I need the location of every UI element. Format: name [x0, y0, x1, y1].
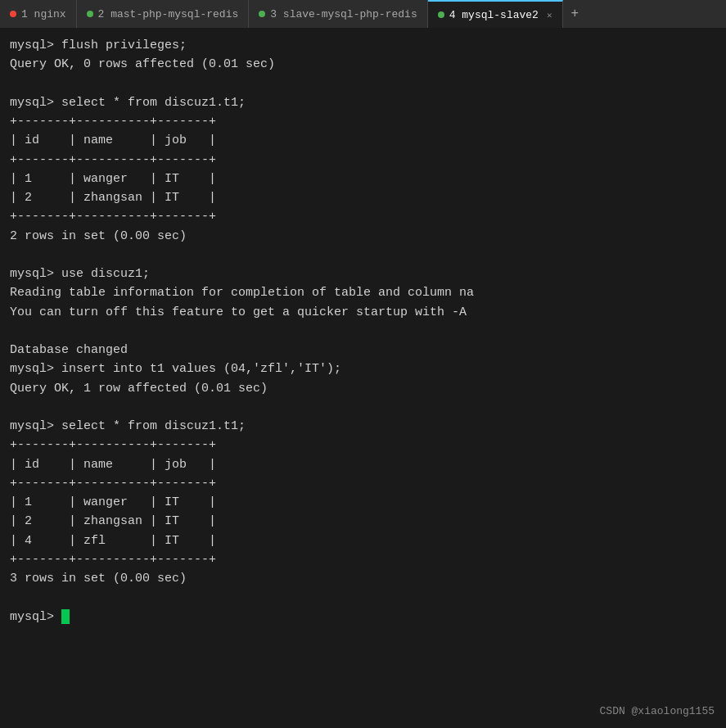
tab-label-mysql: 4 mysql-slave2 [449, 9, 539, 21]
watermark: CSDN @xiaolong1155 [600, 703, 715, 720]
tab-add-button[interactable]: + [563, 0, 588, 28]
tab-label-mast: 2 mast-php-mysql-redis [98, 8, 239, 20]
tab-dot-mast [87, 11, 93, 17]
terminal-content: mysql> flush privileges; Query OK, 0 row… [10, 36, 716, 626]
tab-dot-slave [259, 11, 265, 17]
tab-label-nginx: 1 nginx [21, 8, 66, 20]
tab-dot-nginx [10, 11, 16, 17]
tab-dot-mysql [438, 11, 444, 18]
tab-mast[interactable]: 2 mast-php-mysql-redis [77, 0, 250, 28]
tab-nginx[interactable]: 1 nginx [0, 0, 77, 28]
tab-bar: 1 nginx 2 mast-php-mysql-redis 3 slave-m… [0, 0, 726, 29]
tab-slave[interactable]: 3 slave-mysql-php-redis [249, 0, 427, 28]
tab-mysql-slave2[interactable]: 4 mysql-slave2 ✕ [428, 0, 563, 28]
tab-close-mysql[interactable]: ✕ [547, 10, 552, 20]
tab-label-slave: 3 slave-mysql-php-redis [270, 8, 417, 20]
terminal: mysql> flush privileges; Query OK, 0 row… [0, 29, 726, 728]
